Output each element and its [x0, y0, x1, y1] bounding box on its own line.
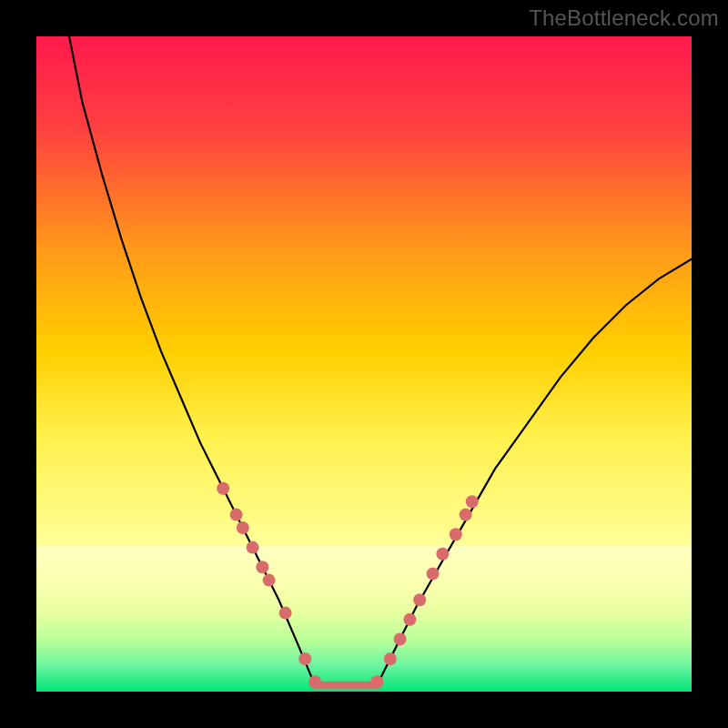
dot-left-dots	[247, 541, 259, 554]
dot-right-dots	[403, 613, 416, 626]
dot-right-dots	[413, 593, 426, 606]
chart-plot	[36, 36, 692, 692]
dot-right-dots	[394, 632, 407, 645]
dot-left-dots	[263, 574, 276, 587]
dot-left-dots	[298, 652, 311, 665]
dot-right-dots	[384, 652, 397, 665]
watermark-text: TheBottleneck.com	[529, 5, 719, 31]
dot-right-dots	[450, 528, 462, 541]
dot-right-dots	[466, 495, 479, 508]
chart-container: TheBottleneck.com	[0, 0, 728, 728]
dot-left-dots	[279, 607, 292, 620]
dot-left-dots	[256, 561, 268, 573]
dot-left-dots	[308, 675, 321, 688]
dot-right-dots	[427, 567, 440, 580]
dot-right-dots	[436, 548, 449, 561]
gradient-background-upper	[36, 36, 692, 546]
gradient-background-lower	[36, 546, 692, 692]
dot-right-dots	[370, 675, 383, 688]
dot-left-dots	[230, 509, 243, 521]
dot-left-dots	[237, 521, 249, 534]
dot-left-dots	[217, 482, 229, 495]
dot-right-dots	[460, 509, 472, 521]
